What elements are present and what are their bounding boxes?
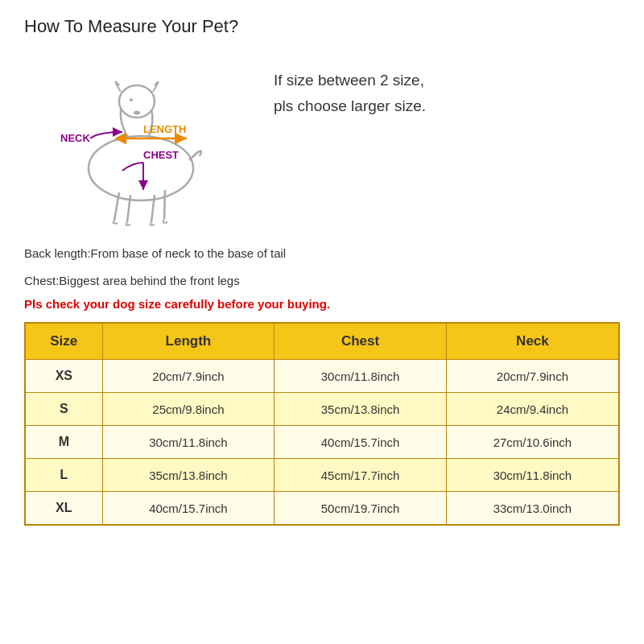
- data-cell: 30cm/11.8inch: [446, 459, 619, 492]
- data-cell: 20cm/7.9inch: [446, 360, 619, 393]
- data-cell: 33cm/13.0inch: [446, 492, 619, 526]
- page-title: How To Measure Your Pet?: [24, 16, 620, 37]
- data-cell: 50cm/19.7inch: [275, 492, 447, 526]
- size-hint-line2: pls choose larger size.: [274, 93, 620, 119]
- size-hint: If size between 2 size, pls choose large…: [250, 52, 620, 120]
- size-cell: M: [25, 426, 102, 459]
- table-row: XS20cm/7.9inch30cm/11.8inch20cm/7.9inch: [25, 360, 619, 393]
- data-cell: 35cm/13.8inch: [275, 393, 447, 426]
- chest-label: CHEST: [143, 149, 179, 161]
- size-table: Size Length Chest Neck XS20cm/7.9inch30c…: [24, 322, 620, 526]
- table-row: XL40cm/15.7inch50cm/19.7inch33cm/13.0inc…: [25, 492, 619, 526]
- neck-label: NECK: [60, 132, 90, 144]
- data-cell: 24cm/9.4inch: [446, 393, 619, 426]
- svg-point-0: [89, 136, 193, 200]
- table-row: L35cm/13.8inch45cm/17.7inch30cm/11.8inch: [25, 459, 619, 492]
- col-header-neck: Neck: [446, 323, 619, 360]
- data-cell: 27cm/10.6inch: [446, 426, 619, 459]
- size-cell: L: [25, 459, 102, 492]
- table-row: S25cm/9.8inch35cm/13.8inch24cm/9.4inch: [25, 393, 619, 426]
- table-header-row: Size Length Chest Neck: [25, 323, 619, 360]
- data-cell: 30cm/11.8inch: [275, 360, 447, 393]
- col-header-size: Size: [25, 323, 102, 360]
- size-cell: XL: [25, 492, 102, 526]
- data-cell: 45cm/17.7inch: [275, 459, 447, 492]
- data-cell: 35cm/13.8inch: [102, 459, 275, 492]
- svg-point-3: [134, 111, 140, 115]
- description-back-length: Back length:From base of neck to the bas…: [24, 243, 620, 264]
- size-hint-line1: If size between 2 size,: [274, 68, 620, 93]
- svg-point-2: [130, 98, 133, 101]
- description-chest: Chest:Biggest area behind the front legs: [24, 270, 620, 291]
- data-cell: 40cm/15.7inch: [275, 426, 447, 459]
- warning-text: Pls check your dog size carefully before…: [24, 297, 620, 311]
- data-cell: 25cm/9.8inch: [102, 393, 275, 426]
- table-row: M30cm/11.8inch40cm/15.7inch27cm/10.6inch: [25, 426, 619, 459]
- top-section: LENGTH NECK CHEST If size between 2 size…: [24, 52, 620, 229]
- length-label: LENGTH: [143, 123, 186, 135]
- data-cell: 20cm/7.9inch: [102, 360, 275, 393]
- table-body: XS20cm/7.9inch30cm/11.8inch20cm/7.9inchS…: [25, 360, 619, 526]
- col-header-length: Length: [102, 323, 275, 360]
- size-cell: XS: [25, 360, 102, 393]
- size-cell: S: [25, 393, 102, 426]
- data-cell: 40cm/15.7inch: [102, 492, 275, 526]
- dog-diagram: LENGTH NECK CHEST: [24, 52, 250, 229]
- data-cell: 30cm/11.8inch: [102, 426, 275, 459]
- col-header-chest: Chest: [275, 323, 447, 360]
